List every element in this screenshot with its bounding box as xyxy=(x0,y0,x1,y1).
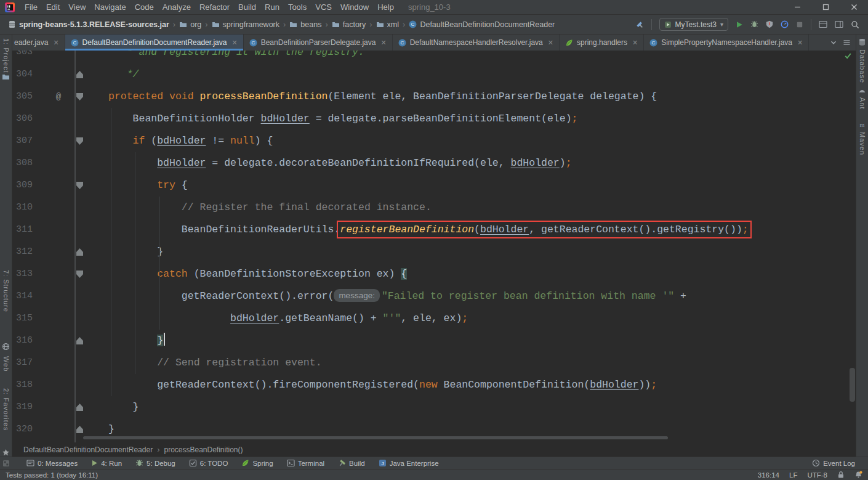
breadcrumb-beans[interactable]: beans xyxy=(287,20,323,29)
fold-down-icon[interactable] xyxy=(76,182,83,189)
readonly-lock-icon[interactable] xyxy=(837,471,845,479)
toolwindow-0-messages[interactable]: 0: Messages xyxy=(20,457,84,470)
line-number[interactable]: 307 xyxy=(16,130,43,152)
fold-down-icon[interactable] xyxy=(76,137,83,145)
notifications-bell-icon[interactable] xyxy=(854,471,862,479)
search-everywhere-icon[interactable] xyxy=(851,20,859,29)
breadcrumb-processbeandefinition[interactable]: processBeanDefinition() xyxy=(161,445,245,454)
toolwindow-terminal[interactable]: Terminal xyxy=(280,457,331,470)
globe-icon[interactable] xyxy=(2,343,10,351)
star-icon[interactable] xyxy=(2,449,10,457)
fold-up-icon[interactable] xyxy=(76,337,83,344)
folder-icon[interactable] xyxy=(2,73,10,81)
menu-tools[interactable]: Tools xyxy=(284,2,311,12)
line-number[interactable]: 305 xyxy=(16,86,43,108)
coverage-icon[interactable] xyxy=(766,20,773,28)
code-line[interactable]: } xyxy=(108,396,139,418)
line-number[interactable]: 308 xyxy=(16,152,43,174)
line-number[interactable]: 306 xyxy=(16,108,43,130)
tool-panel-icon[interactable] xyxy=(819,20,827,28)
line-number[interactable]: 312 xyxy=(16,241,43,263)
close-tab-icon[interactable]: ✕ xyxy=(797,39,803,47)
maven-icon[interactable]: m xyxy=(858,121,866,129)
code-line[interactable]: if (bdHolder != null) { xyxy=(108,130,273,152)
tool-window-switcher-icon[interactable] xyxy=(2,460,10,467)
line-number[interactable]: 304 xyxy=(16,63,43,86)
fold-down-icon[interactable] xyxy=(76,271,83,278)
close-tab-icon[interactable]: ✕ xyxy=(380,39,386,47)
menu-file[interactable]: File xyxy=(20,2,42,12)
profiler-icon[interactable] xyxy=(781,20,789,28)
vertical-scrollbar[interactable] xyxy=(850,368,855,402)
close-tab-icon[interactable]: ✕ xyxy=(548,39,553,47)
tab-spring-handlers[interactable]: spring.handlers✕ xyxy=(560,35,644,51)
breadcrumb-springframework[interactable]: springframework xyxy=(210,20,281,29)
line-number[interactable]: 318 xyxy=(16,374,43,396)
toolwindow-5-debug[interactable]: 5: Debug xyxy=(129,457,182,470)
tab-defaultnamespacehandlerresolver-java[interactable]: CDefaultNamespaceHandlerResolver.java✕ xyxy=(393,35,560,51)
breadcrumb-org[interactable]: org xyxy=(177,20,203,29)
tool-stripe-maven[interactable]: Maven xyxy=(859,132,866,155)
menu-vcs[interactable]: VCS xyxy=(311,2,336,12)
code-line[interactable]: } xyxy=(108,330,165,352)
hidden-tabs-icon[interactable] xyxy=(830,39,837,46)
code-line[interactable]: protected void processBeanDefinition(Ele… xyxy=(108,86,657,108)
editor[interactable]: 303 * and registering it with the regist… xyxy=(12,51,856,442)
close-button[interactable] xyxy=(840,0,868,15)
build-hammer-icon[interactable] xyxy=(635,20,644,29)
line-number[interactable]: 319 xyxy=(16,396,43,418)
minimize-button[interactable] xyxy=(783,0,811,15)
toolwindow-4-run[interactable]: 4: Run xyxy=(84,457,129,470)
tool-stripe-1-project[interactable]: 1: Project xyxy=(2,38,10,73)
menu-view[interactable]: View xyxy=(64,2,90,12)
line-ending[interactable]: LF xyxy=(789,471,797,479)
ant-icon[interactable] xyxy=(858,86,866,94)
maximize-button[interactable] xyxy=(811,0,840,15)
line-number[interactable]: 313 xyxy=(16,263,43,285)
breadcrumb-xml[interactable]: xml xyxy=(374,20,401,29)
menu-help[interactable]: Help xyxy=(373,2,398,12)
tab-simplepropertynamespacehandler-java[interactable]: CSimplePropertyNamespaceHandler.java✕ xyxy=(644,35,809,51)
code-line[interactable]: bdHolder.getBeanName() + "'", ele, ex); xyxy=(108,307,468,330)
fold-up-icon[interactable] xyxy=(76,248,83,256)
tab-eader-java[interactable]: eader.java✕ xyxy=(12,35,65,51)
code-line[interactable]: * and registering it with the registry. xyxy=(108,51,364,63)
close-tab-icon[interactable]: ✕ xyxy=(53,39,58,47)
line-number[interactable]: 316 xyxy=(16,330,43,352)
toolwindow-event-log[interactable]: Event Log xyxy=(805,457,862,470)
code-line[interactable]: getReaderContext().fireComponentRegister… xyxy=(108,374,657,396)
caret-position[interactable]: 316:14 xyxy=(758,471,779,479)
line-number[interactable]: 317 xyxy=(16,352,43,374)
run-button-icon[interactable] xyxy=(736,21,743,28)
tab-options-icon[interactable] xyxy=(843,39,851,46)
breadcrumb-spring-beans-5-1-3-release-sources-jar[interactable]: spring-beans-5.1.3.RELEASE-sources.jar xyxy=(6,20,171,29)
close-tab-icon[interactable]: ✕ xyxy=(231,39,237,47)
line-number[interactable]: 315 xyxy=(16,307,43,330)
menu-refactor[interactable]: Refactor xyxy=(195,2,234,12)
tab-defaultbeandefinitiondocumentreader-java[interactable]: CDefaultBeanDefinitionDocumentReader.jav… xyxy=(65,35,244,51)
breadcrumb-defaultbeandefinitiondocumentreader[interactable]: CDefaultBeanDefinitionDocumentReader xyxy=(407,20,557,29)
override-annotation-icon[interactable]: @ xyxy=(52,86,65,108)
line-number[interactable]: 311 xyxy=(16,219,43,241)
tool-stripe-web[interactable]: Web xyxy=(2,356,10,372)
toolwindow-spring[interactable]: Spring xyxy=(235,457,279,470)
breadcrumb-defaultbeandefinitiondocumentreader[interactable]: DefaultBeanDefinitionDocumentReader xyxy=(21,445,155,454)
code-line[interactable]: getReaderContext().error(message:"Failed… xyxy=(108,285,686,307)
menu-edit[interactable]: Edit xyxy=(42,2,64,12)
tab-beandefinitionparserdelegate-java[interactable]: CBeanDefinitionParserDelegate.java✕ xyxy=(244,35,393,51)
menu-code[interactable]: Code xyxy=(131,2,158,12)
menu-window[interactable]: Window xyxy=(336,2,373,12)
status-message[interactable]: Tests passed: 1 (today 16:11) xyxy=(6,471,98,479)
tool-stripe-7-structure[interactable]: 7: Structure xyxy=(2,270,10,312)
line-number[interactable]: 310 xyxy=(16,197,43,219)
line-number[interactable]: 303 xyxy=(16,51,43,63)
stop-icon[interactable] xyxy=(796,21,803,28)
menu-analyze[interactable]: Analyze xyxy=(158,2,195,12)
close-tab-icon[interactable]: ✕ xyxy=(632,39,638,47)
menu-build[interactable]: Build xyxy=(234,2,260,12)
code-line[interactable]: */ xyxy=(108,63,139,86)
debug-button-icon[interactable] xyxy=(750,20,758,28)
database-icon[interactable] xyxy=(858,38,866,46)
tool-stripe-2-favorites[interactable]: 2: Favorites xyxy=(2,388,10,431)
fold-up-icon[interactable] xyxy=(76,426,83,433)
